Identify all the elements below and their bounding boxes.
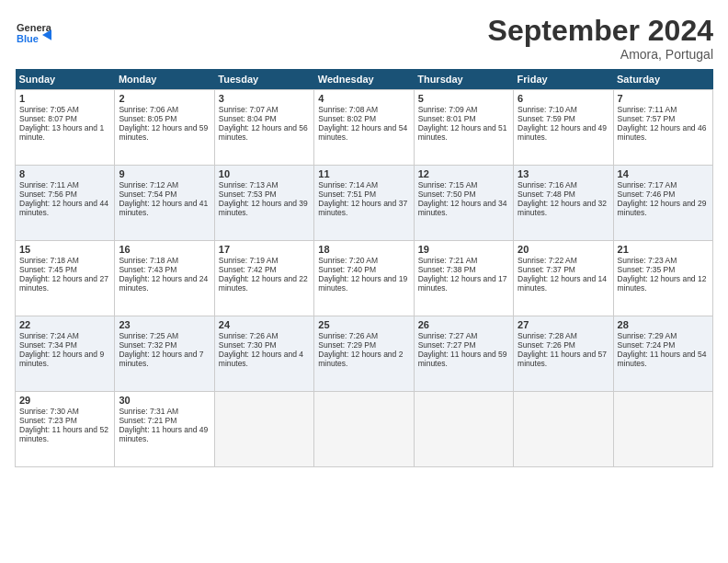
day-cell-9: 9Sunrise: 7:12 AMSunset: 7:54 PMDaylight… xyxy=(115,166,214,241)
svg-text:Blue: Blue xyxy=(17,33,39,44)
daylight-text: Daylight: 12 hours and 34 minutes. xyxy=(418,199,509,217)
daylight-text: Daylight: 12 hours and 12 minutes. xyxy=(618,274,709,293)
day-cell-8: 8Sunrise: 7:11 AMSunset: 7:56 PMDaylight… xyxy=(16,166,115,241)
sunrise-text: Sunrise: 7:20 AM xyxy=(318,256,409,265)
sunrise-text: Sunrise: 7:14 AM xyxy=(318,180,409,190)
daylight-text: Daylight: 12 hours and 9 minutes. xyxy=(19,350,110,368)
day-number: 12 xyxy=(418,168,509,179)
location: Amora, Portugal xyxy=(488,47,713,62)
col-friday: Friday xyxy=(514,69,613,90)
sunrise-text: Sunrise: 7:26 AM xyxy=(219,331,310,340)
sunrise-text: Sunrise: 7:18 AM xyxy=(19,256,110,265)
week-row-4: 22Sunrise: 7:24 AMSunset: 7:34 PMDayligh… xyxy=(16,316,713,392)
daylight-text: Daylight: 12 hours and 2 minutes. xyxy=(318,350,409,368)
day-cell-18: 18Sunrise: 7:20 AMSunset: 7:40 PMDayligh… xyxy=(314,241,414,316)
day-number: 7 xyxy=(618,93,709,104)
day-cell-4: 4Sunrise: 7:08 AMSunset: 8:02 PMDaylight… xyxy=(314,90,414,166)
header-row: Sunday Monday Tuesday Wednesday Thursday… xyxy=(16,69,713,90)
sunrise-text: Sunrise: 7:09 AM xyxy=(418,105,509,114)
sunset-text: Sunset: 7:51 PM xyxy=(318,190,409,199)
day-number: 16 xyxy=(119,244,210,255)
col-wednesday: Wednesday xyxy=(314,69,414,90)
sunrise-text: Sunrise: 7:24 AM xyxy=(19,331,110,340)
day-number: 25 xyxy=(318,319,409,330)
sunset-text: Sunset: 7:38 PM xyxy=(418,265,509,274)
daylight-text: Daylight: 12 hours and 39 minutes. xyxy=(219,199,310,217)
sunset-text: Sunset: 7:42 PM xyxy=(219,265,310,274)
daylight-text: Daylight: 11 hours and 49 minutes. xyxy=(119,425,210,443)
sunset-text: Sunset: 7:29 PM xyxy=(318,340,409,350)
daylight-text: Daylight: 12 hours and 46 minutes. xyxy=(618,123,709,142)
day-number: 15 xyxy=(19,244,110,255)
daylight-text: Daylight: 12 hours and 4 minutes. xyxy=(219,350,310,368)
sunset-text: Sunset: 7:57 PM xyxy=(618,114,709,123)
day-cell-16: 16Sunrise: 7:18 AMSunset: 7:43 PMDayligh… xyxy=(115,241,214,316)
week-row-3: 15Sunrise: 7:18 AMSunset: 7:45 PMDayligh… xyxy=(16,241,713,316)
day-number: 30 xyxy=(119,395,210,406)
day-number: 8 xyxy=(19,168,110,179)
day-number: 21 xyxy=(618,244,709,255)
day-cell-1: 1Sunrise: 7:05 AMSunset: 8:07 PMDaylight… xyxy=(16,90,115,166)
sunset-text: Sunset: 7:34 PM xyxy=(19,340,110,350)
day-number: 26 xyxy=(418,319,509,330)
day-cell-20: 20Sunrise: 7:22 AMSunset: 7:37 PMDayligh… xyxy=(514,241,613,316)
sunrise-text: Sunrise: 7:22 AM xyxy=(518,256,609,265)
day-number: 22 xyxy=(19,319,110,330)
day-cell-15: 15Sunrise: 7:18 AMSunset: 7:45 PMDayligh… xyxy=(16,241,115,316)
empty-cell-w4-d3 xyxy=(314,392,414,467)
day-cell-25: 25Sunrise: 7:26 AMSunset: 7:29 PMDayligh… xyxy=(314,316,414,392)
day-number: 5 xyxy=(418,93,509,104)
sunset-text: Sunset: 7:59 PM xyxy=(518,114,609,123)
daylight-text: Daylight: 12 hours and 41 minutes. xyxy=(119,199,210,217)
daylight-text: Daylight: 12 hours and 27 minutes. xyxy=(19,274,110,293)
day-cell-5: 5Sunrise: 7:09 AMSunset: 8:01 PMDaylight… xyxy=(414,90,513,166)
calendar-page: General Blue September 2024 Amora, Portu… xyxy=(0,0,728,563)
daylight-text: Daylight: 11 hours and 54 minutes. xyxy=(618,350,709,368)
daylight-text: Daylight: 12 hours and 56 minutes. xyxy=(219,123,310,142)
sunset-text: Sunset: 7:54 PM xyxy=(119,190,210,199)
daylight-text: Daylight: 12 hours and 37 minutes. xyxy=(318,199,409,217)
day-cell-14: 14Sunrise: 7:17 AMSunset: 7:46 PMDayligh… xyxy=(613,166,712,241)
daylight-text: Daylight: 12 hours and 7 minutes. xyxy=(119,350,210,368)
day-number: 3 xyxy=(219,93,310,104)
sunset-text: Sunset: 7:53 PM xyxy=(219,190,310,199)
empty-cell-w4-d6 xyxy=(613,392,712,467)
sunset-text: Sunset: 7:23 PM xyxy=(19,416,110,425)
day-number: 13 xyxy=(518,168,609,179)
sunrise-text: Sunrise: 7:29 AM xyxy=(618,331,709,340)
sunrise-text: Sunrise: 7:11 AM xyxy=(19,180,110,190)
sunset-text: Sunset: 7:27 PM xyxy=(418,340,509,350)
daylight-text: Daylight: 12 hours and 59 minutes. xyxy=(119,123,210,142)
sunrise-text: Sunrise: 7:17 AM xyxy=(618,180,709,190)
week-row-1: 1Sunrise: 7:05 AMSunset: 8:07 PMDaylight… xyxy=(16,90,713,166)
daylight-text: Daylight: 12 hours and 54 minutes. xyxy=(318,123,409,142)
sunset-text: Sunset: 7:45 PM xyxy=(19,265,110,274)
daylight-text: Daylight: 12 hours and 32 minutes. xyxy=(518,199,609,217)
col-saturday: Saturday xyxy=(613,69,712,90)
day-number: 2 xyxy=(119,93,210,104)
sunset-text: Sunset: 7:40 PM xyxy=(318,265,409,274)
day-number: 27 xyxy=(518,319,609,330)
day-cell-22: 22Sunrise: 7:24 AMSunset: 7:34 PMDayligh… xyxy=(16,316,115,392)
day-number: 4 xyxy=(318,93,409,104)
sunset-text: Sunset: 7:21 PM xyxy=(119,416,210,425)
sunrise-text: Sunrise: 7:11 AM xyxy=(618,105,709,114)
day-number: 6 xyxy=(518,93,609,104)
day-number: 23 xyxy=(119,319,210,330)
sunset-text: Sunset: 7:50 PM xyxy=(418,190,509,199)
daylight-text: Daylight: 12 hours and 29 minutes. xyxy=(618,199,709,217)
sunset-text: Sunset: 8:07 PM xyxy=(19,114,110,123)
sunset-text: Sunset: 7:43 PM xyxy=(119,265,210,274)
daylight-text: Daylight: 12 hours and 44 minutes. xyxy=(19,199,110,217)
day-number: 14 xyxy=(618,168,709,179)
sunrise-text: Sunrise: 7:05 AM xyxy=(19,105,110,114)
sunrise-text: Sunrise: 7:10 AM xyxy=(518,105,609,114)
svg-text:General: General xyxy=(17,22,51,33)
sunset-text: Sunset: 7:32 PM xyxy=(119,340,210,350)
sunrise-text: Sunrise: 7:08 AM xyxy=(318,105,409,114)
day-number: 11 xyxy=(318,168,409,179)
daylight-text: Daylight: 11 hours and 59 minutes. xyxy=(418,350,509,368)
day-cell-3: 3Sunrise: 7:07 AMSunset: 8:04 PMDaylight… xyxy=(214,90,313,166)
day-cell-21: 21Sunrise: 7:23 AMSunset: 7:35 PMDayligh… xyxy=(613,241,712,316)
col-monday: Monday xyxy=(115,69,214,90)
